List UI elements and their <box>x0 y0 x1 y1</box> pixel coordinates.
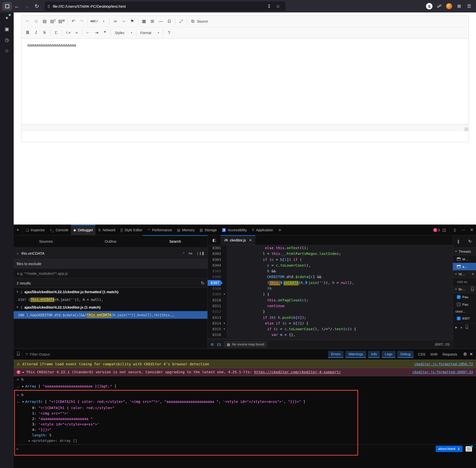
tab-accessibility[interactable]: ♿Accessibility <box>219 225 249 235</box>
filter-info[interactable]: Info <box>368 351 380 358</box>
source-button[interactable]: Source <box>197 17 210 26</box>
tab-memory[interactable]: ▤Memory <box>175 225 197 235</box>
breakpoints-header[interactable]: ▼Br…⊔ <box>453 285 476 293</box>
bold-icon[interactable]: B <box>23 29 32 37</box>
bookmarks-icon[interactable]: ☆ <box>0 45 14 56</box>
console-command-row[interactable]: » h <box>14 392 476 398</box>
remove-breakpoints-icon[interactable]: ⊔ <box>471 287 474 292</box>
tab-outline[interactable]: Outline <box>78 235 143 247</box>
paste-icon[interactable]: ▤ <box>40 17 49 26</box>
code-line[interactable]: 8311 continue <box>208 303 453 309</box>
strikethrough-icon[interactable]: S <box>40 29 49 37</box>
devtools-menu-icon[interactable]: ⋯ <box>459 228 468 232</box>
code-line[interactable]: 8310 this.onTagClose(c); <box>208 297 453 303</box>
filter-logs[interactable]: Logs <box>382 351 395 358</box>
breakpoint-file[interactable]: cked… <box>453 308 476 315</box>
code-line-paused[interactable]: 8307 (this.onCDATA(h.join('')), h = null… <box>208 280 453 286</box>
case-sensitive-icon[interactable]: Aa <box>188 251 192 255</box>
url-text[interactable]: file:///C:/Users/STARK-PC/Desktop/test.h… <box>53 4 126 8</box>
styles-dropdown[interactable]: Styles▾ <box>112 29 135 37</box>
extension-icon[interactable]: ☍ <box>434 3 444 9</box>
code-line[interactable]: 8303 if (c = b[1]) if ( <box>208 257 453 263</box>
history-icon[interactable]: ◷ <box>0 34 14 45</box>
console-result-expanded-row[interactable]: ← ▼ Array(5) [ "<![CDATA[h1 { color: red… <box>14 398 476 405</box>
regex-toggle-icon[interactable]: .* <box>182 251 185 255</box>
source-doc-icon[interactable]: ⧉ <box>189 17 197 26</box>
add-expression-placeholder[interactable]: Add ex <box>453 278 476 285</box>
tab-application[interactable]: ⠿Application <box>249 225 276 235</box>
blackbox-icon[interactable]: ⊘ <box>211 342 214 347</box>
paste-text-icon[interactable]: ▤ᵀ <box>49 17 57 26</box>
thread-item-selected[interactable]: a… <box>453 263 476 270</box>
responsive-mode-icon[interactable]: ▯ <box>451 228 459 232</box>
dock-icon[interactable]: ◫ <box>440 228 448 232</box>
add-watch-icon[interactable]: + <box>472 272 474 276</box>
table-icon[interactable]: ⊞ <box>148 17 157 26</box>
refresh-icon[interactable]: ↻ <box>201 281 204 286</box>
menu-button[interactable]: ☰ <box>464 3 474 9</box>
checkbox-unchecked[interactable] <box>457 303 461 306</box>
numbered-list-icon[interactable]: ⒈≡ <box>64 29 72 37</box>
tab-storage[interactable]: ▥Storage <box>197 225 219 235</box>
extensions-grid-icon[interactable]: ⊞ <box>454 3 464 9</box>
image-icon[interactable]: ▦ <box>140 17 148 26</box>
pause-on-caught[interactable]: Pau <box>453 301 476 308</box>
code-line[interactable]: 8306 CKEDITOR.dtd.$cdata[c] && <box>208 274 453 280</box>
pause-on-exceptions[interactable]: ✓Pau <box>453 293 476 301</box>
watch-expressions-header[interactable]: ▼W…+ <box>453 270 476 278</box>
search-match-row-selected[interactable]: 286 ),h&&CKEDITOR.dtd.$cdata[c]&&(this.o… <box>14 311 207 319</box>
tab-inspector[interactable]: ❏Inspector <box>23 225 48 235</box>
extension-s-badge[interactable]: S <box>426 3 432 9</box>
addon-colored-icon[interactable] <box>446 3 452 9</box>
threads-header[interactable]: ▼Threads <box>453 248 476 255</box>
source-tab-ckeditor[interactable]: JS ckeditor.js ✕ <box>221 235 255 245</box>
italic-icon[interactable]: I <box>32 29 40 37</box>
console-settings-icon[interactable]: ⚙ <box>463 352 467 357</box>
console-result-row[interactable]: ← ▶ Array [ "aaaaaaaaaaaaaaaaaaaaaa }]]&… <box>14 383 476 390</box>
back-button[interactable]: ← <box>12 3 22 9</box>
url-bar[interactable]: ▯ file:///C:/Users/STARK-PC/Desktop/test… <box>45 1 286 11</box>
checkbox-checked[interactable]: ✓ <box>457 295 461 299</box>
editor-content[interactable]: aaaaaaaaaaaaaaaaaaaaaa <box>21 39 469 124</box>
filter-requests[interactable]: Requests <box>440 351 460 358</box>
twisty-open-icon[interactable]: ▼ <box>16 290 19 293</box>
tab-sources[interactable]: Sources <box>14 235 78 247</box>
source-link[interactable]: ckeditor.js:formatted:10097:33 <box>412 370 473 374</box>
source-link[interactable]: ckeditor.js:formatted:2856:72 <box>414 362 473 366</box>
result-file-row[interactable]: ▼ ▯ ajax/libs/ckeditor/4.22.1/ckeditor.j… <box>14 303 207 311</box>
spellcheck-dropdown-icon[interactable]: ▾ <box>99 17 108 26</box>
code-line[interactable]: 8304 c = c.toLowerCase(), <box>208 263 453 268</box>
collapse-panel-icon[interactable]: ◧ <box>208 235 221 245</box>
forward-button[interactable]: → <box>22 3 32 9</box>
spellcheck-icon[interactable]: ABC✓ <box>89 17 99 26</box>
trash-icon[interactable]: ⊔ <box>465 325 468 330</box>
tab-style-editor[interactable]: {}Style Editor <box>118 225 145 235</box>
result-file-row[interactable]: ▼ ▯ ajax/libs/ckeditor/4.22.1/ckeditor.j… <box>14 288 207 296</box>
indent-icon[interactable]: ⇥ <box>92 29 101 37</box>
code-line[interactable]: 8315▼ if (c = c.toLowerCase(), !/="/.tes… <box>208 326 453 332</box>
remove-format-icon[interactable]: Tₓ <box>52 29 60 37</box>
copy-icon[interactable]: ⧉ <box>32 17 40 26</box>
tab-performance[interactable]: ◠Performance <box>145 225 174 235</box>
blockquote-icon[interactable]: ❝ <box>101 29 109 37</box>
link-icon[interactable]: ∞ <box>111 17 120 26</box>
add-icon[interactable]: + <box>460 325 463 329</box>
format-dropdown[interactable]: Format▾ <box>138 29 161 37</box>
thread-item[interactable]: M… <box>453 255 476 263</box>
checkbox-checked[interactable]: ✓ <box>457 317 461 320</box>
filter-css[interactable]: CSS <box>416 351 428 358</box>
cut-icon[interactable]: ✂ <box>23 17 32 26</box>
project-search-input[interactable]: ⌕ this.onCDATA .* Aa ❘❙❚ <box>14 248 207 259</box>
anchor-flag-icon[interactable]: ⚑ <box>128 17 137 26</box>
filter-warnings[interactable]: Warnings <box>345 351 366 358</box>
synced-tabs-icon[interactable]: ▣ <box>0 23 14 34</box>
breakpoint-item[interactable]: ✓8307 <box>453 315 476 322</box>
evaluation-context-selector[interactable]: about:blank ⇕ <box>436 446 463 452</box>
code-line[interactable]: 8301 else this.onText(l); <box>208 245 453 251</box>
search-match-row[interactable]: 8307 (this.onCDATA(h.join('')), h = null… <box>14 296 207 303</box>
filter-xhr[interactable]: XHR <box>428 351 440 358</box>
no-sourcemap-notice[interactable]: ▦No source map found <box>224 341 267 347</box>
tab-console[interactable]: >_Console <box>48 225 71 235</box>
unlink-icon[interactable]: ∞ <box>120 17 128 26</box>
ai-chatbot-icon[interactable]: ✦ <box>0 12 14 23</box>
